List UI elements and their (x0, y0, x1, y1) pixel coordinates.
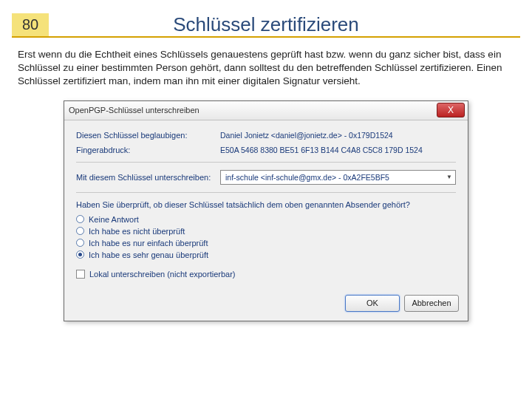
sign-key-dialog: OpenPGP-Schlüssel unterschreiben X Diese… (64, 100, 468, 321)
body-paragraph: Erst wenn du die Echtheit eines Schlüsse… (18, 48, 514, 89)
radio-label: Ich habe es nur einfach überprüft (89, 239, 208, 248)
radio-icon (76, 250, 84, 259)
radio-icon (76, 227, 84, 235)
checkbox-label: Lokal unterschreiben (nicht exportierbar… (89, 270, 236, 279)
ok-button[interactable]: OK (345, 295, 400, 312)
signwith-value: inf-schule <inf-schule@gmx.de> - 0xA2FE5… (225, 173, 389, 182)
close-button[interactable]: X (437, 103, 465, 117)
separator (76, 162, 456, 163)
radio-icon (76, 215, 84, 223)
certify-label: Diesen Schlüssel beglaubigen: (76, 131, 220, 140)
fingerprint-value: E50A 5468 8380 BE51 6F13 B144 C4A8 C5C8 … (220, 146, 456, 154)
radio-carefully-checked[interactable]: Ich habe es sehr genau überprüft (76, 250, 456, 259)
dialog-button-row: OK Abbrechen (64, 287, 468, 321)
cancel-button[interactable]: Abbrechen (404, 295, 459, 312)
dialog-titlebar: OpenPGP-Schlüssel unterschreiben X (64, 101, 468, 120)
slide-number: 80 (12, 13, 49, 36)
certify-row: Diesen Schlüssel beglaubigen: Daniel Jon… (76, 131, 456, 140)
signwith-dropdown[interactable]: inf-schule <inf-schule@gmx.de> - 0xA2FE5… (220, 170, 456, 185)
fingerprint-row: Fingerabdruck: E50A 5468 8380 BE51 6F13 … (76, 146, 456, 154)
radio-no-answer[interactable]: Keine Antwort (76, 215, 456, 224)
radio-not-checked[interactable]: Ich habe es nicht überprüft (76, 227, 456, 236)
separator (76, 192, 456, 193)
dialog-container: OpenPGP-Schlüssel unterschreiben X Diese… (0, 100, 532, 321)
dialog-content: Diesen Schlüssel beglaubigen: Daniel Jon… (64, 120, 468, 287)
radio-casually-checked[interactable]: Ich habe es nur einfach überprüft (76, 239, 456, 248)
fingerprint-label: Fingerabdruck: (76, 146, 220, 154)
certify-value: Daniel Jonietz <daniel@jonietz.de> - 0x1… (220, 131, 456, 140)
radio-label: Keine Antwort (89, 215, 139, 224)
slide-title: Schlüssel zertifizieren (49, 13, 520, 36)
verify-question: Haben Sie überprüft, ob dieser Schlüssel… (76, 200, 456, 209)
radio-label: Ich habe es nicht überprüft (89, 227, 185, 236)
checkbox-icon (76, 270, 85, 279)
slide-header: 80 Schlüssel zertifizieren (12, 13, 520, 38)
dialog-title: OpenPGP-Schlüssel unterschreiben (69, 106, 200, 115)
chevron-down-icon: ▼ (446, 174, 452, 180)
radio-icon (76, 239, 84, 247)
signwith-row: Mit diesem Schlüssel unterschreiben: inf… (76, 170, 456, 185)
local-sign-checkbox-row[interactable]: Lokal unterschreiben (nicht exportierbar… (76, 270, 456, 279)
radio-label: Ich habe es sehr genau überprüft (89, 250, 208, 259)
signwith-label: Mit diesem Schlüssel unterschreiben: (76, 173, 220, 182)
